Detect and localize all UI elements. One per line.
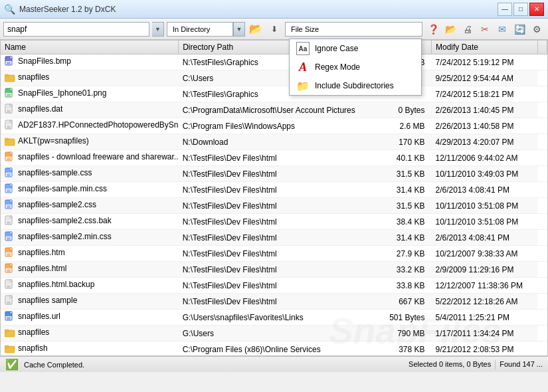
status-divider (495, 360, 496, 369)
refresh-icon[interactable]: 🔄 (511, 21, 527, 37)
table-row[interactable]: SnapFiles.bmpN:\TestFiles\Graphics12.7 K… (1, 54, 547, 70)
status-message: Cache Completed. (24, 361, 84, 369)
file-name-cell: snapfiles.dat (1, 102, 179, 118)
menu-item-regex-mode[interactable]: A Regex Mode (290, 58, 421, 76)
file-name-cell: SnapFiles.bmp (1, 54, 179, 70)
dir-dropdown-arrow[interactable]: ▼ (233, 22, 245, 37)
file-date-cell: 7/24/2012 5:19:12 PM (432, 54, 538, 70)
table-row[interactable]: snapfilesG:\Users790 MB1/17/2011 1:34:24… (1, 326, 547, 342)
file-size-cell: 378 KB (383, 342, 431, 357)
file-dir-cell: N:\TestFiles\Dev Files\html (179, 230, 384, 246)
table-row[interactable]: snapfiles-sample2.cssN:\TestFiles\Dev Fi… (1, 198, 547, 214)
selected-items-text: Selected 0 items, 0 Bytes (409, 360, 491, 369)
file-dir-cell: C:\Program Files\WindowsApps (179, 118, 384, 134)
window-title: MasterSeeker 1.2 by DxCK (19, 5, 116, 14)
table-row[interactable]: SnapFiles_Iphone01.pngN:\TestFiles\Graph… (1, 86, 547, 102)
file-name-cell: snapfiles-sample2.css.bak (1, 214, 179, 230)
file-date-cell: 1/17/2011 1:34:24 PM (432, 326, 538, 342)
col-header-date[interactable]: Modify Date (432, 41, 538, 54)
file-date-cell: 9/25/2012 9:54:44 AM (432, 70, 538, 86)
table-row[interactable]: snapfiles - download freeware and sharew… (1, 150, 547, 166)
print-icon[interactable]: 🖨 (460, 21, 476, 37)
file-dir-cell: G:\Users (179, 326, 384, 342)
file-name-cell: snapfiles.url (1, 310, 179, 326)
ignore-case-icon: Aa (296, 42, 310, 55)
file-name-cell: snapfiles-sample.min.css (1, 182, 179, 198)
table-row[interactable]: snapfishC:\Program Files (x86)\Online Se… (1, 342, 547, 357)
table-row[interactable]: snapfiles.htmN:\TestFiles\Dev Files\html… (1, 246, 547, 262)
file-dir-cell: N:\TestFiles\Dev Files\html (179, 150, 384, 166)
right-icons: ❓ 📂 🖨 ✂ ✉ 🔄 ⚙ (425, 21, 545, 37)
file-name-cell: AD2F1837.HPConnectedPhotopoweredBySn... (1, 118, 179, 134)
settings-icon[interactable]: ⚙ (529, 21, 545, 37)
svg-rect-65 (5, 330, 9, 332)
table-row[interactable]: snapfiles-sample2.min.cssN:\TestFiles\De… (1, 230, 547, 246)
file-name-cell: snapfiles-sample.css (1, 166, 179, 182)
search-dropdown-arrow[interactable]: ▼ (152, 22, 164, 37)
file-name-cell: snapfiles.html (1, 262, 179, 278)
file-date-cell: 10/11/2010 3:51:08 PM (432, 214, 538, 230)
table-row[interactable]: snapfiles sampleN:\TestFiles\Dev Files\h… (1, 294, 547, 310)
file-date-cell: 10/21/2007 9:38:33 AM (432, 246, 538, 262)
table-row[interactable]: snapfiles.html.backupN:\TestFiles\Dev Fi… (1, 278, 547, 294)
mail-icon[interactable]: ✉ (494, 21, 510, 37)
cut-icon[interactable]: ✂ (477, 21, 493, 37)
dir-label[interactable]: In Directory (167, 22, 233, 37)
title-controls: — □ ✕ (498, 3, 544, 16)
table-row[interactable]: snapfiles-sample.min.cssN:\TestFiles\Dev… (1, 182, 547, 198)
file-size-cell: 790 MB (383, 326, 431, 342)
size-label[interactable]: File Size (285, 22, 422, 37)
file-name-cell: snapfiles.html.backup (1, 278, 179, 294)
menu-item-include-subdirs[interactable]: 📁 Include Subdirectories (290, 76, 421, 95)
file-date-cell: 2/9/2009 11:29:16 PM (432, 262, 538, 278)
file-table: Name Directory Path Modify Date SnapFile… (1, 41, 547, 356)
close-button[interactable]: ✕ (529, 3, 544, 16)
open-folder-icon[interactable]: 📂 (248, 21, 264, 37)
file-date-cell: 4/29/2013 4:20:07 PM (432, 134, 538, 150)
open-file-icon[interactable]: 📂 (442, 21, 458, 37)
table-row[interactable]: snapfiles-sample.cssN:\TestFiles\Dev Fil… (1, 166, 547, 182)
table-row[interactable]: snapfiles.datC:\ProgramData\Microsoft\Us… (1, 102, 547, 118)
toolbar: ▼ In Directory ▼ 📂 ⬇ File Size Aa Ignore… (0, 19, 548, 40)
status-bar: ✅ Cache Completed. Selected 0 items, 0 B… (0, 356, 548, 372)
maximize-button[interactable]: □ (513, 3, 528, 16)
down-arrow-icon[interactable]: ⬇ (266, 21, 282, 37)
file-dir-cell: N:\TestFiles\Dev Files\html (179, 182, 384, 198)
file-name-cell: snapfiles.htm (1, 246, 179, 262)
regex-mode-icon: A (296, 60, 310, 74)
file-size-cell: 38.4 KB (383, 214, 431, 230)
menu-item-ignore-case[interactable]: Aa Ignore Case (290, 39, 421, 58)
table-row[interactable]: snapfilesC:\Users9/25/2012 9:54:44 AM (1, 70, 547, 86)
table-row[interactable]: snapfiles.urlG:\Users\snapfiles\Favorite… (1, 310, 547, 326)
file-name-cell: snapfiles-sample2.min.css (1, 230, 179, 246)
table-row[interactable]: snapfiles.htmlN:\TestFiles\Dev Files\htm… (1, 262, 547, 278)
dropdown-menu: Aa Ignore Case A Regex Mode 📁 Include Su… (289, 39, 422, 96)
file-name-cell: snapfiles (1, 70, 179, 86)
search-input[interactable] (3, 22, 149, 37)
file-date-cell: 10/11/2010 3:49:03 PM (432, 166, 538, 182)
col-header-name[interactable]: Name (1, 41, 179, 54)
file-size-cell: 31.4 KB (383, 182, 431, 198)
file-date-cell: 2/6/2013 4:08:41 PM (432, 182, 538, 198)
file-size-cell: 40.1 KB (383, 150, 431, 166)
title-bar-left: 🔍 MasterSeeker 1.2 by DxCK (4, 4, 116, 15)
file-name-cell: AKLT(pw=snapfiles) (1, 134, 179, 150)
table-row[interactable]: AKLT(pw=snapfiles)N:\Download170 KB4/29/… (1, 134, 547, 150)
dir-selector: In Directory ▼ (167, 22, 245, 37)
file-size-cell: 2.6 MB (383, 118, 431, 134)
minimize-button[interactable]: — (498, 3, 512, 16)
file-date-cell: 12/12/2007 11:38:36 PM (432, 278, 538, 294)
title-bar: 🔍 MasterSeeker 1.2 by DxCK — □ ✕ (0, 0, 548, 19)
table-row[interactable]: snapfiles-sample2.css.bakN:\TestFiles\De… (1, 214, 547, 230)
file-date-cell: 9/21/2012 2:08:53 PM (432, 342, 538, 357)
table-row[interactable]: AD2F1837.HPConnectedPhotopoweredBySn...C… (1, 118, 547, 134)
help-icon[interactable]: ❓ (425, 21, 441, 37)
file-table-container[interactable]: Name Directory Path Modify Date SnapFile… (0, 40, 548, 356)
svg-rect-19 (5, 138, 9, 140)
file-dir-cell: G:\Users\snapfiles\Favorites\Links (179, 310, 384, 326)
file-date-cell: 2/6/2013 4:08:41 PM (432, 230, 538, 246)
file-dir-cell: N:\Download (179, 134, 384, 150)
file-size-cell: 33.2 KB (383, 262, 431, 278)
file-date-cell: 2/26/2013 1:40:58 PM (432, 118, 538, 134)
file-size-cell: 31.5 KB (383, 166, 431, 182)
